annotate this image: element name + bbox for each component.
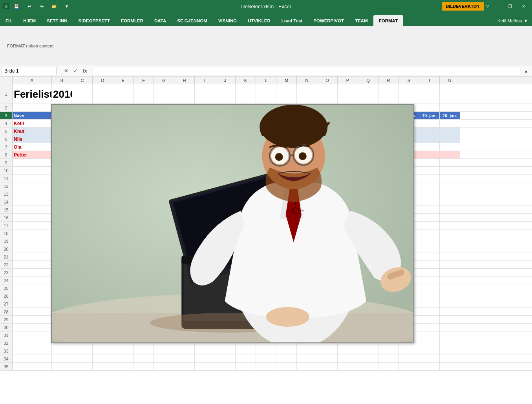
row-num-9[interactable]: 9 xyxy=(0,159,13,166)
cell-33-5[interactable] xyxy=(133,347,154,355)
cell-35-1[interactable] xyxy=(52,363,72,370)
cell-34-9[interactable] xyxy=(215,355,236,362)
cell-12-20[interactable] xyxy=(440,182,460,190)
cell-l1[interactable] xyxy=(256,84,276,104)
cell-20-0[interactable] xyxy=(13,245,52,253)
col-header-k[interactable]: K xyxy=(236,76,256,84)
cell-34-3[interactable] xyxy=(93,355,113,362)
col-header-b[interactable]: B xyxy=(52,76,72,84)
cancel-formula-btn[interactable]: ✕ xyxy=(62,67,70,75)
customize-quick-btn[interactable]: ▼ xyxy=(61,2,72,11)
cell-m1[interactable] xyxy=(276,84,297,104)
restore-button[interactable]: ❐ xyxy=(505,2,516,11)
cell-35-12[interactable] xyxy=(276,363,297,370)
col-header-i[interactable]: I xyxy=(195,76,215,84)
row-num-4[interactable]: 4 xyxy=(0,120,13,127)
cell-a6[interactable]: Nils xyxy=(13,135,52,143)
cell-9-20[interactable] xyxy=(440,159,460,166)
cell-28-0[interactable] xyxy=(13,308,52,315)
cell-u4[interactable] xyxy=(440,120,460,127)
open-quick-btn[interactable]: 📂 xyxy=(49,2,60,11)
cell-33-12[interactable] xyxy=(276,347,297,355)
cell-a8[interactable]: Petter xyxy=(13,151,52,158)
cell-18-0[interactable] xyxy=(13,229,52,237)
cell-24-0[interactable] xyxy=(13,277,52,284)
tab-utvikler[interactable]: UTVIKLER xyxy=(242,15,276,26)
cell-33-3[interactable] xyxy=(93,347,113,355)
cell-i1[interactable] xyxy=(195,84,215,104)
cell-17-0[interactable] xyxy=(13,222,52,229)
cell-j1[interactable] xyxy=(215,84,236,104)
cell-33-1[interactable] xyxy=(52,347,72,355)
cell-19-19[interactable] xyxy=(419,237,440,245)
cell-33-15[interactable] xyxy=(338,347,358,355)
cell-12-19[interactable] xyxy=(419,182,440,190)
cell-9-0[interactable] xyxy=(13,159,52,166)
name-box[interactable]: Bilde 1 xyxy=(2,67,57,75)
cell-11-20[interactable] xyxy=(440,175,460,182)
cell-34-18[interactable] xyxy=(399,355,419,362)
cell-15-19[interactable] xyxy=(419,206,440,213)
cell-30-20[interactable] xyxy=(440,324,460,331)
cell-34-12[interactable] xyxy=(276,355,297,362)
row-num-23[interactable]: 23 xyxy=(0,269,13,276)
cell-25-0[interactable] xyxy=(13,284,52,292)
row-num-22[interactable]: 22 xyxy=(0,261,13,268)
row-num-28[interactable]: 28 xyxy=(0,308,13,315)
cell-27-20[interactable] xyxy=(440,300,460,308)
cell-28-20[interactable] xyxy=(440,308,460,315)
cell-34-10[interactable] xyxy=(236,355,256,362)
col-header-g[interactable]: G xyxy=(154,76,174,84)
col-header-h[interactable]: H xyxy=(174,76,195,84)
cell-23-0[interactable] xyxy=(13,269,52,276)
minimize-button[interactable]: — xyxy=(491,2,502,11)
cell-35-0[interactable] xyxy=(13,363,52,370)
tab-hjem[interactable]: HJEM xyxy=(18,15,41,26)
cell-35-3[interactable] xyxy=(93,363,113,370)
cell-34-14[interactable] xyxy=(317,355,338,362)
close-button[interactable]: ✕ xyxy=(518,2,529,11)
cell-25-20[interactable] xyxy=(440,284,460,292)
cell-34-17[interactable] xyxy=(378,355,399,362)
cell-18-20[interactable] xyxy=(440,229,460,237)
cell-33-10[interactable] xyxy=(236,347,256,355)
cell-10-20[interactable] xyxy=(440,167,460,174)
row-num-21[interactable]: 21 xyxy=(0,253,13,260)
help-button[interactable]: ? xyxy=(486,4,489,9)
cell-35-6[interactable] xyxy=(154,363,174,370)
col-header-o[interactable]: O xyxy=(317,76,338,84)
cell-a7[interactable]: Ola xyxy=(13,143,52,151)
cell-t8[interactable] xyxy=(419,151,440,158)
cell-27-19[interactable] xyxy=(419,300,440,308)
cell-17-20[interactable] xyxy=(440,222,460,229)
row-num-27[interactable]: 27 xyxy=(0,300,13,308)
tab-formler[interactable]: FORMLER xyxy=(115,15,149,26)
cell-30-0[interactable] xyxy=(13,324,52,331)
cell-e1[interactable] xyxy=(113,84,133,104)
cell-u8[interactable] xyxy=(440,151,460,158)
cell-9-19[interactable] xyxy=(419,159,440,166)
cell-33-8[interactable] xyxy=(195,347,215,355)
cell-21-20[interactable] xyxy=(440,253,460,260)
cell-n1[interactable] xyxy=(297,84,317,104)
cell-d1[interactable] xyxy=(93,84,113,104)
cell-r1[interactable] xyxy=(378,84,399,104)
cell-33-20[interactable] xyxy=(440,347,460,355)
row-num-5[interactable]: 5 xyxy=(0,127,13,135)
col-header-p[interactable]: P xyxy=(338,76,358,84)
cell-33-2[interactable] xyxy=(72,347,93,355)
cell-31-0[interactable] xyxy=(13,331,52,339)
row-num-11[interactable]: 11 xyxy=(0,175,13,182)
cell-t6[interactable] xyxy=(419,135,440,143)
row-num-26[interactable]: 26 xyxy=(0,292,13,300)
tab-fil[interactable]: FIL xyxy=(0,15,18,26)
cell-35-19[interactable] xyxy=(419,363,440,370)
cell-34-15[interactable] xyxy=(338,355,358,362)
cell-t4[interactable] xyxy=(419,120,440,127)
cell-a5[interactable]: Knut xyxy=(13,127,52,135)
cell-34-11[interactable] xyxy=(256,355,276,362)
cell-14-20[interactable] xyxy=(440,198,460,206)
cell-34-0[interactable] xyxy=(13,355,52,362)
row-num-17[interactable]: 17 xyxy=(0,222,13,229)
cell-35-8[interactable] xyxy=(195,363,215,370)
